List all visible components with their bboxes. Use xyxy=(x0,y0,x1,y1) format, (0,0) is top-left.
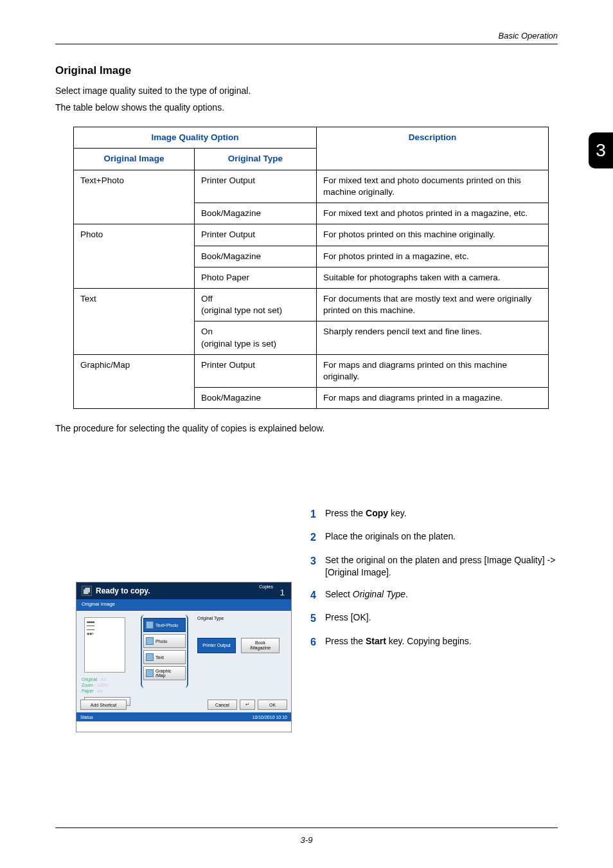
preview-meta: Original : A4 Zoom : 100% Paper : A4 xyxy=(82,676,109,694)
step-number: 3 xyxy=(307,554,316,579)
step-item: 3 Set the original on the platen and pre… xyxy=(307,554,558,579)
cancel-button[interactable]: Cancel xyxy=(208,700,237,710)
step-number: 1 xyxy=(307,507,316,521)
running-header: Basic Operation xyxy=(499,31,558,41)
touchscreen-illustration: Ready to copy. Copies 1 Original Image ■… xyxy=(76,582,292,732)
text-photo-icon xyxy=(146,621,154,629)
th-description: Description xyxy=(317,127,549,170)
preview-thumbnail: ■■■■━━━━━━━━◉◉≡ xyxy=(84,617,125,673)
option-photo[interactable]: Photo xyxy=(143,634,186,648)
th-image-quality-option: Image Quality Option xyxy=(74,127,317,149)
step-item: 5 Press [OK]. xyxy=(307,611,558,626)
procedure-intro: The procedure for selecting the quality … xyxy=(55,423,558,433)
divider-top xyxy=(55,44,558,44)
type-printer-output[interactable]: Printer Output xyxy=(197,638,236,653)
table-row: Text Off (original type not set) For doc… xyxy=(74,288,549,321)
th-original-image: Original Image xyxy=(74,149,195,170)
status-label: Status xyxy=(80,715,93,719)
table-row: Text+Photo Printer Output For mixed text… xyxy=(74,170,549,203)
table-row: Graphic/Map Printer Output For maps and … xyxy=(74,354,549,387)
panel-tab[interactable]: Original Image xyxy=(76,599,291,611)
intro-paragraph-2: The table below shows the quality option… xyxy=(55,102,558,114)
quality-options-table: Image Quality Option Description Origina… xyxy=(73,127,549,409)
status-datetime: 10/10/2010 10:10 xyxy=(253,715,288,719)
text-icon xyxy=(146,653,154,661)
step-number: 4 xyxy=(307,588,316,602)
step-item: 2 Place the originals on the platen. xyxy=(307,530,558,545)
panel-titlebar: Ready to copy. Copies 1 xyxy=(76,583,291,599)
page-number: 3-9 xyxy=(0,835,613,845)
table-row: Photo Printer Output For photos printed … xyxy=(74,224,549,246)
panel-statusbar[interactable]: Status 10/10/2010 10:10 xyxy=(76,712,291,721)
graphic-map-icon xyxy=(146,669,154,677)
step-number: 2 xyxy=(307,530,316,545)
step-item: 4 Select Original Type. xyxy=(307,588,558,602)
step-item: 1 Press the Copy key. xyxy=(307,507,558,521)
image-options: Text+Photo Photo Text Graphic /Map xyxy=(141,615,188,688)
step-item: 6 Press the Start key. Copying begins. xyxy=(307,635,558,649)
section-title: Original Image xyxy=(55,64,558,77)
original-type-label: Original Type xyxy=(197,616,224,620)
copy-icon xyxy=(82,586,92,596)
option-text[interactable]: Text xyxy=(143,650,186,664)
chapter-tab: 3 xyxy=(589,132,613,168)
th-original-type: Original Type xyxy=(195,149,317,170)
intro-paragraph-1: Select image quality suited to the type … xyxy=(55,85,558,98)
back-button[interactable]: ↵ xyxy=(240,700,255,710)
step-number: 6 xyxy=(307,635,316,649)
divider-bottom xyxy=(55,827,558,828)
step-number: 5 xyxy=(307,611,316,626)
photo-icon xyxy=(146,637,154,645)
add-shortcut-button[interactable]: Add Shortcut xyxy=(80,700,127,710)
ok-button[interactable]: OK xyxy=(258,700,287,710)
copies-label: Copies xyxy=(259,584,273,589)
option-text-photo[interactable]: Text+Photo xyxy=(143,618,186,632)
copies-count: 1 xyxy=(280,588,285,597)
option-graphic-map[interactable]: Graphic /Map xyxy=(143,666,186,680)
panel-body: ■■■■━━━━━━━━◉◉≡ Original : A4 Zoom : 100… xyxy=(76,611,291,712)
type-book-magazine[interactable]: Book /Magazine xyxy=(241,638,280,653)
panel-title: Ready to copy. xyxy=(96,586,150,595)
